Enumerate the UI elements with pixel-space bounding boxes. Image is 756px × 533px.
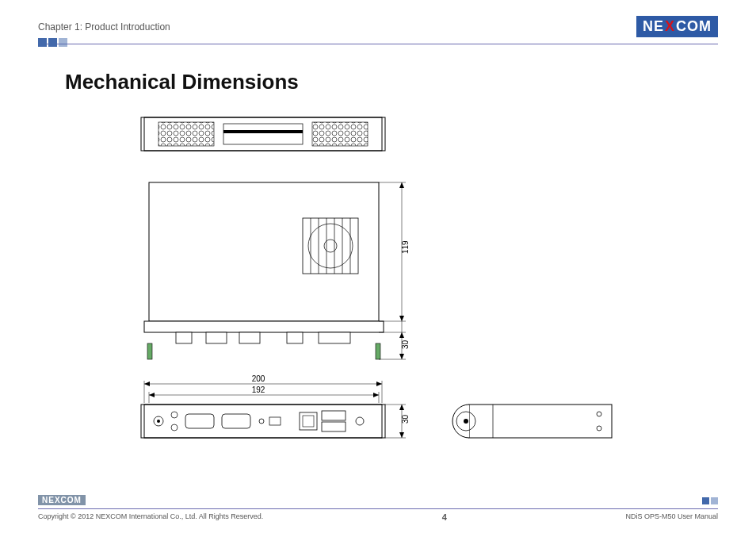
header-rule xyxy=(38,44,718,44)
page-header: Chapter 1: Product Introduction NEXCOM xyxy=(0,0,756,37)
svg-marker-63 xyxy=(399,405,404,410)
svg-rect-20 xyxy=(239,332,260,343)
footer-rule xyxy=(38,508,718,509)
svg-rect-6 xyxy=(223,130,303,133)
svg-marker-28 xyxy=(399,182,404,188)
svg-marker-29 xyxy=(399,316,404,321)
dim-height-body: 119 xyxy=(401,240,410,254)
svg-rect-21 xyxy=(287,332,303,343)
svg-rect-19 xyxy=(206,332,227,343)
manual-name: NDiS OPS-M50 User Manual xyxy=(625,512,718,522)
top-view-drawing xyxy=(141,117,385,151)
copyright-text: Copyright © 2012 NEXCOM International Co… xyxy=(38,512,263,522)
page-footer: NEXCOM Copyright © 2012 NEXCOM Internati… xyxy=(38,492,718,522)
page-title: Mechanical Dimensions xyxy=(65,70,756,94)
footer-logo: NEXCOM xyxy=(38,495,86,505)
svg-rect-8 xyxy=(144,321,384,332)
svg-point-38 xyxy=(157,420,160,423)
side-view-drawing xyxy=(452,405,612,438)
chapter-title: Chapter 1: Product Introduction xyxy=(38,21,170,33)
svg-marker-54 xyxy=(376,382,382,386)
svg-marker-34 xyxy=(399,354,404,359)
svg-rect-9 xyxy=(303,218,358,274)
svg-rect-3 xyxy=(158,122,214,146)
nexcom-logo: NEXCOM xyxy=(636,16,718,37)
svg-rect-23 xyxy=(147,343,152,359)
front-ports-drawing: 200 192 30 xyxy=(141,374,410,438)
svg-rect-4 xyxy=(312,122,368,146)
dim-height-front: 30 xyxy=(401,414,410,424)
svg-marker-58 xyxy=(149,393,155,397)
svg-rect-24 xyxy=(376,343,380,359)
dim-width-outer: 200 xyxy=(252,374,265,383)
svg-marker-59 xyxy=(373,393,379,397)
svg-rect-5 xyxy=(223,124,303,144)
top-down-drawing: 119 30 xyxy=(144,182,410,359)
page-number: 4 xyxy=(442,512,447,522)
svg-rect-22 xyxy=(319,332,350,343)
svg-marker-64 xyxy=(399,432,404,438)
svg-point-67 xyxy=(464,419,468,424)
svg-rect-18 xyxy=(176,332,192,343)
svg-marker-53 xyxy=(144,382,150,386)
dim-height-port: 30 xyxy=(401,339,410,349)
svg-marker-33 xyxy=(399,332,404,338)
svg-rect-65 xyxy=(469,405,612,438)
accent-squares-icon xyxy=(38,38,67,47)
svg-rect-35 xyxy=(144,405,382,438)
mechanical-diagram: 119 30 xyxy=(65,111,699,468)
footer-accent-icon xyxy=(702,497,718,504)
dim-width-inner: 192 xyxy=(252,385,265,394)
